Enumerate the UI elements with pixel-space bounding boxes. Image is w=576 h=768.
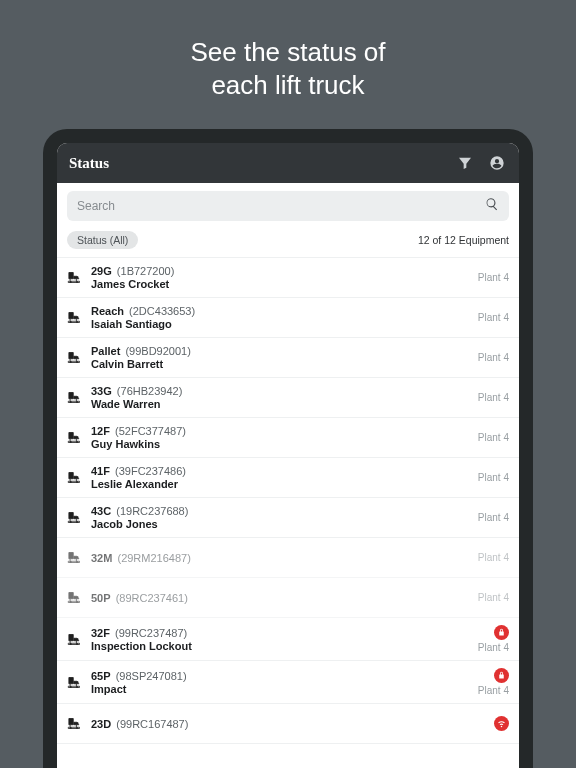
row-text: 29G (1B727200)James Crocket — [87, 265, 478, 290]
equipment-title: 29G (1B727200) — [91, 265, 478, 277]
operator-name: Inspection Lockout — [91, 640, 478, 652]
location-label: Plant 4 — [478, 392, 509, 403]
svg-rect-0 — [68, 273, 72, 279]
row-text: 65P (98SP247081)Impact — [87, 670, 478, 695]
search-input[interactable] — [77, 199, 485, 213]
operator-name: Calvin Barrett — [91, 358, 478, 370]
svg-rect-12 — [68, 393, 72, 399]
svg-rect-36 — [68, 634, 72, 640]
search-container — [57, 183, 519, 225]
svg-rect-1 — [73, 276, 77, 279]
tablet-frame: Status Status (All) 12 of 12 Equipment 2… — [43, 129, 533, 768]
promo-line2: each lift truck — [0, 69, 576, 102]
svg-point-30 — [69, 561, 71, 563]
svg-rect-4 — [68, 313, 72, 319]
svg-point-22 — [69, 481, 71, 483]
row-text: 23D (99RC167487) — [87, 718, 494, 730]
forklift-icon — [61, 675, 87, 690]
row-text: Reach (2DC433653)Isaiah Santiago — [87, 305, 478, 330]
profile-icon[interactable] — [487, 153, 507, 173]
location-label: Plant 4 — [478, 432, 509, 443]
svg-rect-33 — [73, 596, 77, 599]
svg-rect-40 — [68, 677, 72, 683]
row-meta: Plant 4 — [478, 432, 509, 443]
forklift-icon — [61, 510, 87, 525]
list-item[interactable]: 43C (19RC237688)Jacob JonesPlant 4 — [57, 498, 519, 538]
app-screen: Status Status (All) 12 of 12 Equipment 2… — [57, 143, 519, 768]
filter-icon[interactable] — [455, 153, 475, 173]
svg-point-2 — [69, 281, 71, 283]
list-item[interactable]: Pallet (99BD92001)Calvin BarrettPlant 4 — [57, 338, 519, 378]
row-meta: Plant 4 — [478, 472, 509, 483]
location-label: Plant 4 — [478, 592, 509, 603]
location-label: Plant 4 — [478, 352, 509, 363]
row-meta: Plant 4 — [478, 625, 509, 653]
row-meta: Plant 4 — [478, 312, 509, 323]
list-item[interactable]: 33G (76HB23942)Wade WarrenPlant 4 — [57, 378, 519, 418]
svg-point-35 — [76, 601, 78, 603]
svg-rect-45 — [73, 722, 77, 725]
equipment-title: 32M (29RM216487) — [91, 552, 478, 564]
forklift-icon — [61, 310, 87, 325]
location-label: Plant 4 — [478, 472, 509, 483]
status-filter-chip[interactable]: Status (All) — [67, 231, 138, 249]
svg-rect-25 — [73, 516, 77, 519]
location-label: Plant 4 — [478, 552, 509, 563]
svg-rect-29 — [73, 556, 77, 559]
location-label: Plant 4 — [478, 312, 509, 323]
svg-point-18 — [69, 441, 71, 443]
list-item[interactable]: 12F (52FC377487)Guy HawkinsPlant 4 — [57, 418, 519, 458]
operator-name: Jacob Jones — [91, 518, 478, 530]
filter-row: Status (All) 12 of 12 Equipment — [57, 225, 519, 257]
list-item[interactable]: 23D (99RC167487) — [57, 704, 519, 744]
forklift-icon — [61, 590, 87, 605]
svg-point-14 — [69, 401, 71, 403]
row-meta: Plant 4 — [478, 668, 509, 696]
list-item[interactable]: 65P (98SP247081)ImpactPlant 4 — [57, 661, 519, 704]
forklift-icon — [61, 390, 87, 405]
equipment-title: Pallet (99BD92001) — [91, 345, 478, 357]
equipment-title: 65P (98SP247081) — [91, 670, 478, 682]
row-meta: Plant 4 — [478, 392, 509, 403]
location-label: Plant 4 — [478, 642, 509, 653]
location-label: Plant 4 — [478, 685, 509, 696]
equipment-title: 12F (52FC377487) — [91, 425, 478, 437]
row-text: Pallet (99BD92001)Calvin Barrett — [87, 345, 478, 370]
list-item[interactable]: 29G (1B727200)James CrocketPlant 4 — [57, 257, 519, 298]
operator-name: Guy Hawkins — [91, 438, 478, 450]
svg-point-7 — [76, 321, 78, 323]
lock-icon — [494, 625, 509, 640]
svg-point-11 — [76, 361, 78, 363]
row-meta: Plant 4 — [478, 512, 509, 523]
svg-point-38 — [69, 642, 71, 644]
svg-point-34 — [69, 601, 71, 603]
svg-rect-5 — [73, 316, 77, 319]
operator-name: Leslie Alexander — [91, 478, 478, 490]
svg-rect-32 — [68, 593, 72, 599]
operator-name: James Crocket — [91, 278, 478, 290]
row-meta: Plant 4 — [478, 552, 509, 563]
row-text: 41F (39FC237486)Leslie Alexander — [87, 465, 478, 490]
svg-point-26 — [69, 521, 71, 523]
equipment-count: 12 of 12 Equipment — [418, 234, 509, 246]
forklift-icon — [61, 470, 87, 485]
row-text: 43C (19RC237688)Jacob Jones — [87, 505, 478, 530]
search-icon — [485, 197, 499, 215]
equipment-title: 33G (76HB23942) — [91, 385, 478, 397]
list-item[interactable]: Reach (2DC433653)Isaiah SantiagoPlant 4 — [57, 298, 519, 338]
svg-point-23 — [76, 481, 78, 483]
row-text: 32F (99RC237487)Inspection Lockout — [87, 627, 478, 652]
svg-point-19 — [76, 441, 78, 443]
list-item[interactable]: 50P (89RC237461)Plant 4 — [57, 578, 519, 618]
svg-point-3 — [76, 281, 78, 283]
app-header: Status — [57, 143, 519, 183]
list-item[interactable]: 41F (39FC237486)Leslie AlexanderPlant 4 — [57, 458, 519, 498]
forklift-icon — [61, 350, 87, 365]
forklift-icon — [61, 716, 87, 731]
forklift-icon — [61, 632, 87, 647]
status-list[interactable]: 29G (1B727200)James CrocketPlant 4Reach … — [57, 257, 519, 768]
search-bar[interactable] — [67, 191, 509, 221]
equipment-title: 50P (89RC237461) — [91, 592, 478, 604]
list-item[interactable]: 32F (99RC237487)Inspection LockoutPlant … — [57, 618, 519, 661]
list-item[interactable]: 32M (29RM216487)Plant 4 — [57, 538, 519, 578]
